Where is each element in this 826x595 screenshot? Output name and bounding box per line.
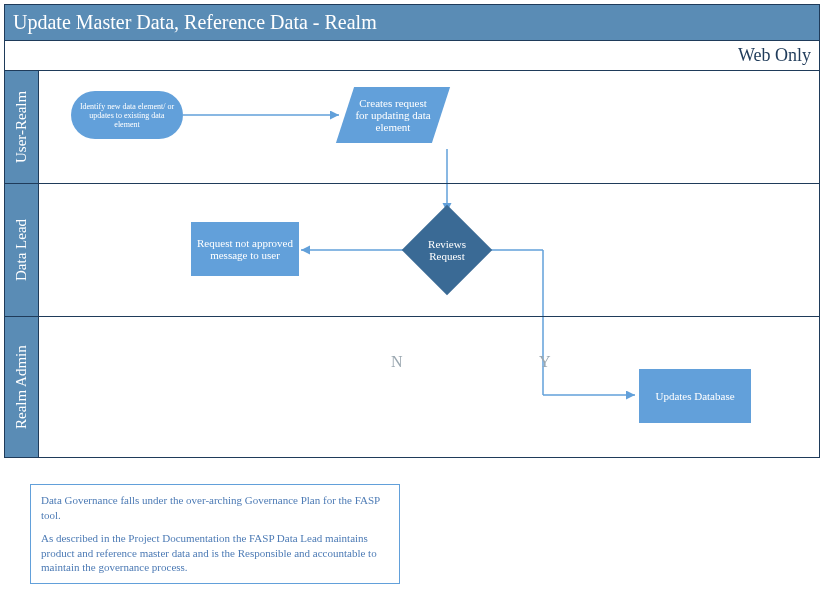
lane-user-realm: User-Realm Identify new data element/ or…: [5, 71, 819, 184]
node-create-request-text: Creates request for updating data elemen…: [353, 97, 433, 133]
diagram-title: Update Master Data, Reference Data - Rea…: [5, 5, 819, 41]
node-identify-text: Identify new data element/ or updates to…: [79, 102, 175, 129]
node-updates-database-text: Updates Database: [655, 390, 734, 402]
branch-no: N: [391, 353, 403, 371]
lanes-container: User-Realm Identify new data element/ or…: [5, 71, 819, 457]
governance-note-p2: As described in the Project Documentatio…: [41, 531, 389, 576]
governance-note: Data Governance falls under the over-arc…: [30, 484, 400, 584]
lane-body-data-lead: Request not approved message to user Rev…: [39, 184, 819, 316]
lane-data-lead: Data Lead Request not approved message t…: [5, 184, 819, 317]
lane-label-user-realm: User-Realm: [5, 71, 39, 183]
lane-body-user-realm: Identify new data element/ or updates to…: [39, 71, 819, 183]
node-reviews-request-text: Reviews Request: [415, 238, 479, 262]
diagram-subtitle: Web Only: [5, 41, 819, 71]
lane-label-data-lead: Data Lead: [5, 184, 39, 316]
node-not-approved-text: Request not approved message to user: [197, 237, 293, 261]
node-reviews-request: Reviews Request: [402, 205, 493, 296]
lane-body-realm-admin: N Y Updates Database: [39, 317, 819, 457]
node-updates-database: Updates Database: [639, 369, 751, 423]
governance-note-p1: Data Governance falls under the over-arc…: [41, 493, 389, 523]
lane-label-realm-admin: Realm Admin: [5, 317, 39, 457]
node-identify: Identify new data element/ or updates to…: [71, 91, 183, 139]
lane-realm-admin: Realm Admin N Y Updates Database: [5, 317, 819, 457]
node-not-approved: Request not approved message to user: [191, 222, 299, 276]
swimlane-frame: Update Master Data, Reference Data - Rea…: [4, 4, 820, 458]
branch-yes: Y: [539, 353, 551, 371]
node-create-request: Creates request for updating data elemen…: [336, 87, 450, 143]
